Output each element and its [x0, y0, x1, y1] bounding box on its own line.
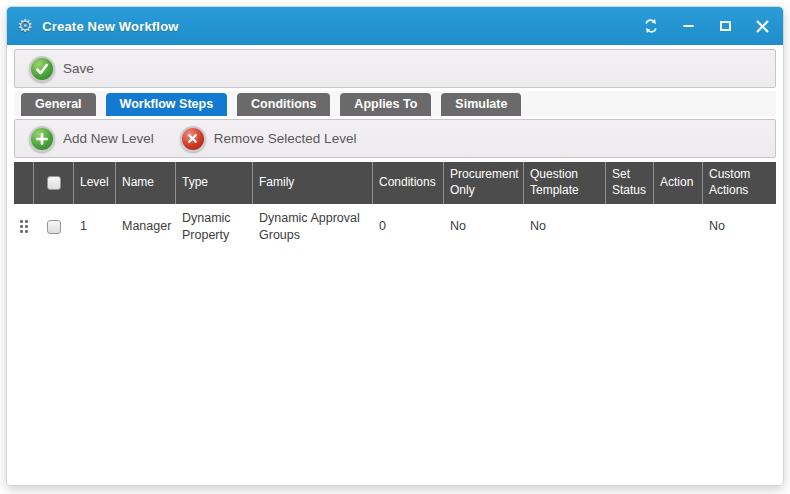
minimize-icon [683, 25, 694, 27]
column-header-procurement-only: Procurement Only [444, 162, 524, 204]
save-toolbar: Save [14, 49, 776, 88]
remove-selected-level-label: Remove Selected Level [214, 131, 357, 146]
close-button[interactable] [753, 17, 771, 35]
cell-procurement-only: No [444, 204, 524, 249]
table-header-row: Level Name Type Family Conditions Procur… [14, 162, 776, 204]
check-circle-icon [29, 56, 55, 82]
workflow-steps-table: Level Name Type Family Conditions Procur… [14, 162, 776, 249]
column-header-level: Level [74, 162, 116, 204]
row-checkbox[interactable] [47, 220, 61, 234]
column-header-drag [14, 162, 34, 204]
window-title: Create New Workflow [42, 19, 178, 34]
close-icon [756, 20, 769, 33]
cell-conditions: 0 [373, 204, 444, 249]
column-header-custom-actions: Custom Actions [703, 162, 776, 204]
titlebar: ⚙ Create New Workflow [7, 7, 783, 45]
cell-custom-actions: No [703, 204, 776, 249]
tab-general[interactable]: General [21, 93, 96, 116]
drag-handle-icon[interactable] [20, 220, 28, 233]
cell-family: Dynamic Approval Groups [253, 204, 373, 249]
x-circle-icon [180, 126, 206, 152]
level-toolbar: Add New Level Remove Selected Level [14, 119, 776, 158]
column-header-name: Name [116, 162, 176, 204]
table-row[interactable]: 1 Manager Dynamic Property Dynamic Appro… [14, 204, 776, 249]
tab-strip: General Workflow Steps Conditions Applie… [14, 91, 776, 116]
save-button[interactable]: Save [25, 54, 98, 84]
column-header-action: Action [654, 162, 703, 204]
remove-selected-level-button[interactable]: Remove Selected Level [176, 124, 361, 154]
cell-type: Dynamic Property [176, 204, 253, 249]
add-new-level-label: Add New Level [63, 131, 154, 146]
row-select-cell [34, 204, 74, 249]
cell-name: Manager [116, 204, 176, 249]
column-header-question-template: Question Template [524, 162, 606, 204]
dialog-content: Save General Workflow Steps Conditions A… [7, 45, 783, 485]
tab-workflow-steps[interactable]: Workflow Steps [106, 93, 228, 116]
maximize-icon [720, 21, 731, 31]
minimize-button[interactable] [679, 17, 697, 35]
cell-set-status [606, 204, 654, 249]
save-button-label: Save [63, 61, 94, 76]
column-header-set-status: Set Status [606, 162, 654, 204]
column-header-conditions: Conditions [373, 162, 444, 204]
column-header-family: Family [253, 162, 373, 204]
tab-simulate[interactable]: Simulate [441, 93, 521, 116]
plus-circle-icon [29, 126, 55, 152]
create-workflow-dialog: ⚙ Create New Workflow [6, 6, 784, 486]
add-new-level-button[interactable]: Add New Level [25, 124, 158, 154]
tab-applies-to[interactable]: Applies To [340, 93, 431, 116]
maximize-button[interactable] [716, 17, 734, 35]
gear-icon: ⚙ [17, 17, 33, 35]
refresh-icon [643, 18, 659, 34]
row-drag-cell [14, 204, 34, 249]
tab-conditions[interactable]: Conditions [237, 93, 330, 116]
cell-action [654, 204, 703, 249]
cell-level: 1 [74, 204, 116, 249]
refresh-button[interactable] [642, 17, 660, 35]
cell-question-template: No [524, 204, 606, 249]
window-controls [642, 17, 771, 35]
column-header-select [34, 162, 74, 204]
column-header-type: Type [176, 162, 253, 204]
select-all-checkbox[interactable] [47, 176, 61, 190]
